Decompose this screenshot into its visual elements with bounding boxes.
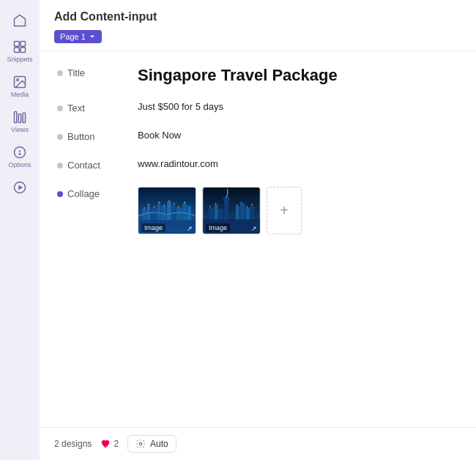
footer-designs: 2 designs	[54, 439, 92, 449]
svg-rect-23	[176, 207, 182, 220]
settings-icon	[135, 439, 146, 449]
collage-images: Image ↗	[138, 187, 302, 234]
svg-rect-37	[224, 200, 228, 220]
sidebar-item-label-snippets: Snippets	[7, 56, 32, 63]
field-label-wrap-text: Text	[57, 101, 138, 114]
field-label-contact: Contact	[67, 160, 100, 171]
sidebar-item-options[interactable]: Options	[4, 141, 36, 173]
dot-text	[57, 105, 63, 111]
sidebar-item-play[interactable]	[4, 176, 36, 199]
field-label-wrap-title: Title	[57, 66, 138, 78]
field-row-text: Text Just $500 for 5 days	[57, 101, 458, 114]
field-row-collage: Collage	[57, 187, 458, 234]
field-label-wrap-collage: Collage	[57, 187, 138, 199]
sidebar-item-snippets[interactable]: Snippets	[4, 35, 36, 67]
sidebar-item-label-views: Views	[11, 126, 29, 133]
page-badge[interactable]: Page 1	[54, 30, 102, 43]
svg-rect-0	[15, 42, 20, 47]
svg-point-49	[241, 202, 242, 203]
svg-rect-19	[157, 203, 160, 220]
field-label-text: Text	[67, 103, 85, 114]
svg-point-31	[168, 201, 170, 202]
svg-rect-17	[147, 205, 150, 219]
svg-rect-6	[15, 112, 17, 123]
footer-auto-button[interactable]: Auto	[127, 435, 176, 453]
footer-auto-label: Auto	[150, 439, 168, 449]
options-icon	[12, 145, 27, 160]
svg-rect-21	[167, 201, 171, 220]
media-icon	[12, 75, 27, 89]
add-image-button[interactable]: +	[267, 187, 302, 234]
svg-point-28	[154, 206, 155, 207]
svg-rect-18	[151, 207, 157, 220]
field-row-title: Title Singapore Travel Package	[57, 66, 458, 85]
svg-rect-1	[21, 42, 26, 47]
home-icon	[12, 13, 27, 28]
collage-image-2-icon: ↗	[251, 225, 257, 232]
svg-rect-8	[23, 113, 25, 122]
svg-point-27	[148, 204, 149, 205]
svg-point-47	[215, 204, 216, 204]
heart-icon	[100, 439, 111, 449]
main-panel: Add Content-input Page 1 Title Singapore…	[40, 0, 476, 460]
footer-likes: 2	[100, 439, 119, 449]
svg-point-34	[184, 202, 185, 204]
svg-rect-43	[240, 203, 245, 219]
footer-likes-count: 2	[114, 439, 119, 449]
dot-collage	[57, 191, 63, 197]
content-area: Title Singapore Travel Package Text Just…	[40, 51, 476, 427]
svg-point-11	[19, 154, 20, 155]
svg-point-52	[139, 442, 142, 445]
field-value-button: Book Now	[138, 130, 458, 141]
views-icon	[12, 110, 27, 125]
svg-rect-42	[236, 206, 239, 219]
page-badge-label: Page 1	[60, 32, 86, 41]
field-value-text: Just $500 for 5 days	[138, 101, 458, 112]
svg-point-51	[251, 204, 252, 205]
dot-button	[57, 134, 63, 140]
page-title: Add Content-input	[54, 10, 461, 23]
footer: 2 designs 2 Auto	[40, 427, 476, 460]
field-label-button: Button	[67, 131, 95, 142]
sidebar-item-home[interactable]	[4, 9, 36, 32]
svg-point-50	[247, 206, 248, 207]
collage-image-2[interactable]: Image ↗	[202, 187, 261, 234]
svg-rect-3	[21, 48, 26, 53]
sidebar-item-label-options: Options	[8, 161, 31, 168]
svg-rect-40	[215, 204, 218, 219]
field-label-title: Title	[67, 67, 85, 78]
field-value-title: Singapore Travel Package	[138, 66, 458, 85]
header: Add Content-input Page 1	[40, 0, 476, 51]
snippets-icon	[12, 40, 27, 54]
sidebar: Snippets Media Views Options	[0, 0, 40, 460]
sidebar-item-views[interactable]: Views	[4, 105, 36, 138]
svg-point-26	[144, 207, 145, 209]
svg-point-30	[163, 204, 165, 206]
svg-rect-2	[15, 48, 20, 53]
svg-point-46	[209, 206, 210, 207]
field-row-contact: Contact www.radintour.com	[57, 158, 458, 171]
svg-point-33	[178, 206, 179, 207]
field-label-collage: Collage	[67, 188, 100, 199]
field-label-wrap-contact: Contact	[57, 158, 138, 171]
svg-rect-41	[219, 209, 223, 220]
sidebar-item-media[interactable]: Media	[4, 70, 36, 103]
svg-point-29	[159, 202, 160, 204]
svg-rect-44	[245, 207, 250, 219]
field-row-button: Button Book Now	[57, 130, 458, 142]
svg-rect-7	[18, 114, 21, 123]
svg-point-32	[174, 204, 175, 205]
play-icon	[12, 180, 27, 195]
dot-title	[57, 70, 63, 76]
collage-image-1[interactable]: Image ↗	[138, 187, 196, 234]
sidebar-item-label-media: Media	[11, 91, 29, 98]
svg-rect-45	[250, 205, 254, 219]
svg-rect-25	[187, 206, 191, 220]
chevron-down-icon	[89, 33, 96, 40]
collage-image-1-label: Image	[141, 223, 166, 232]
collage-image-1-icon: ↗	[187, 225, 193, 232]
svg-point-5	[17, 79, 18, 81]
svg-rect-24	[182, 203, 187, 220]
svg-point-48	[237, 205, 237, 206]
svg-rect-39	[209, 207, 214, 219]
